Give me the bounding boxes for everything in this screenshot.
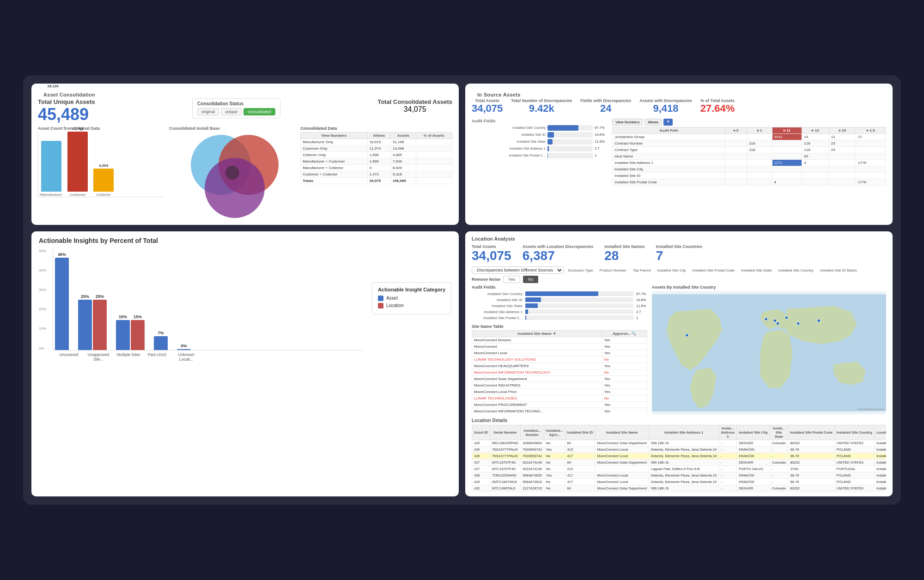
ld-city: KRAKÓW (737, 472, 770, 479)
audit-label: Installed Site Postal C... (472, 316, 523, 320)
ai-chart-area: 50% 40% 30% 20% 10% 0% 46% (39, 249, 451, 362)
audit-row: Installed Site Country 67.7% (472, 291, 647, 296)
bar-chart-title: Asset Count from Original Data (38, 126, 164, 131)
table-row: Contract Type21811823 (613, 146, 886, 153)
x-label-pastldos: Past LDoS (143, 352, 171, 362)
view-numbers-filter[interactable]: View Numbers (612, 119, 643, 126)
table-row: Manufacturer Only18,61931,198 (301, 139, 452, 145)
view-toggle[interactable]: ▼ (663, 119, 673, 126)
ld-id: 426 (472, 447, 490, 453)
ld-instnum: 5684874835 (521, 472, 544, 479)
total-consolidated-label: Total Consolidated Assets (377, 98, 452, 105)
site-name-cell: MoonConnect PROCUREMENT (472, 402, 602, 408)
ld-state: - (770, 447, 788, 453)
original-btn[interactable]: original (197, 108, 219, 115)
map-dot-5 (785, 316, 788, 319)
la-metric-discrepancies: Assets with Location Discrepancies 6,387 (523, 244, 594, 263)
bar-customer-fill (67, 132, 88, 192)
discrepancies-filter-select[interactable]: Discrepancies between Different Sources (472, 266, 564, 274)
ld-country: POLAND (834, 447, 874, 453)
ld-header-sitename: Installed Site Name (595, 425, 649, 440)
ld-serial: 7OR12053HRD (490, 472, 521, 479)
la-disc-value: 6,387 (523, 249, 594, 263)
consolidated-data-section: Consolidated Data View Numbers Allows As… (300, 126, 452, 202)
ld-siteid: 84 (565, 459, 595, 466)
multiple-asset-pct: 15% (119, 314, 127, 319)
site-approve-cell: Yes (602, 350, 647, 356)
location-detail-row: 427 MTC16797F4G 9222474148 No 214 Lagoas… (472, 466, 887, 472)
multiple-loc-pct: 15% (134, 314, 142, 319)
noise-no-btn[interactable]: No (523, 276, 539, 283)
venn-overlap (225, 166, 239, 180)
ld-state: - (770, 479, 788, 485)
ai-x-labels: Uncovered Unapproved Site... Multiple Si… (53, 352, 363, 362)
location-details-section: Location Details Asset ID Serial Number … (472, 418, 886, 492)
source-assets-metrics: Total Assets 34,075 Total Number of Disc… (472, 98, 886, 114)
audit-h-bar-chart: Installed Site Country 67.7% Installed S… (472, 125, 608, 158)
ld-siteid: 417 (565, 479, 595, 485)
site-name-row: MoonConnect Local Yes (472, 350, 647, 356)
table-row: Installed Site ID (613, 172, 886, 179)
source-assets-right: View Numbers Allows ▼ Audit Path ▸ 0 ▸ 1… (612, 119, 886, 220)
ld-serial: 7NS16777PALM (490, 447, 521, 453)
unique-btn[interactable]: unique (221, 108, 242, 115)
table-row: Customer Only11,57413,498 (301, 145, 452, 152)
ld-aprv: No (544, 479, 565, 485)
ld-a3: - (719, 466, 737, 472)
legend-dot-location (378, 303, 383, 308)
site-name-cell: MoonConnect INFORMATION TECHNO... (472, 408, 602, 415)
site-approve-cell: Yes (602, 408, 647, 415)
la-countries-value: 7 (656, 249, 702, 263)
legend-label-location: Location (386, 303, 404, 308)
ld-discrepancy: Installed Site ID (874, 479, 886, 485)
metric-fields-label: Fields with Discrepancies (580, 98, 631, 103)
table-row: Installed Site Address 1127141776 (613, 159, 886, 166)
ld-sitename: MoonConnect Local (595, 447, 649, 453)
consolidated-btn[interactable]: consolidated (243, 108, 275, 115)
ld-sitename: MoonConnect Local (595, 472, 649, 479)
cd-header-pct: % of Assets (416, 133, 452, 139)
audit-label: Installed Site ID (472, 298, 523, 302)
la-audit-fields: Audit Fields Installed Site Country 67.7… (472, 285, 647, 321)
map-dot-3 (773, 320, 776, 322)
ld-city: KRAKÓW (737, 447, 770, 453)
ld-siteid: 417 (565, 472, 595, 479)
metric-assets-discrepancies-label: Assets with Discrepancies (639, 98, 692, 103)
la-panel-title: Location Analysis (472, 236, 886, 242)
ld-sitename (595, 466, 649, 472)
la-audit-title: Audit Fields (472, 285, 647, 290)
noise-yes-btn[interactable]: Yes (503, 276, 520, 283)
bar-collector: 4,304 Collector (93, 163, 114, 197)
ld-postal: 38-78 (788, 479, 835, 485)
ld-city: KRAKÓW (737, 479, 770, 485)
ld-postal: 38-78 (788, 447, 835, 453)
ld-serial: MTC16797F4G (490, 466, 521, 472)
audit-fields-title: Audit Fields (472, 119, 608, 123)
ld-state: Colorado (770, 485, 788, 492)
site-name-cell: MoonConnect-Local Price (472, 389, 602, 395)
site-name-cell: LUNAR TECHNOLOGIES (472, 395, 602, 402)
remove-noise-label: Remove Noise (472, 277, 500, 282)
unknown-asset-bar (177, 349, 191, 350)
metric-discrepancies-value: 9.42k (511, 103, 572, 114)
hbar-row: Installed Site Country 67.7% (472, 125, 608, 131)
ld-country: POLAND (834, 472, 874, 479)
ld-header-aprv: Installed...Aprv... (544, 425, 565, 440)
site-name-row: MoonConnect INFORMATION TECHNO... Yes (472, 408, 647, 415)
ld-addr1: 999 18th St (649, 440, 718, 447)
la-total-value: 34,075 (472, 249, 511, 263)
site-name-row: MoonConnect INFORMATION TECHNOLOGY No (472, 369, 647, 376)
site-name-row: LUNAR TECHNOLOGIES No (472, 395, 647, 402)
ld-postal: 38-78 (788, 472, 835, 479)
table-row: Totals34,075106,085 (301, 178, 452, 184)
allows-filter[interactable]: Allows (644, 119, 662, 126)
y-label-50: 50% (39, 249, 46, 253)
site-approve-cell: No (602, 369, 647, 376)
legend-dot-asset (378, 296, 383, 301)
ld-instnum: 9222474148 (521, 459, 544, 466)
venn-title: Consolidated Install Base (169, 126, 220, 131)
ld-header-country: Installed Site Country (834, 425, 874, 440)
metric-assets-discrepancies: Assets with Discrepancies 9,418 (639, 98, 692, 114)
hbar-label: Installed Site State (472, 139, 546, 144)
ld-addr1: Dekerta, Elemente Pieza, Jana Dekerta 24 (649, 472, 718, 479)
